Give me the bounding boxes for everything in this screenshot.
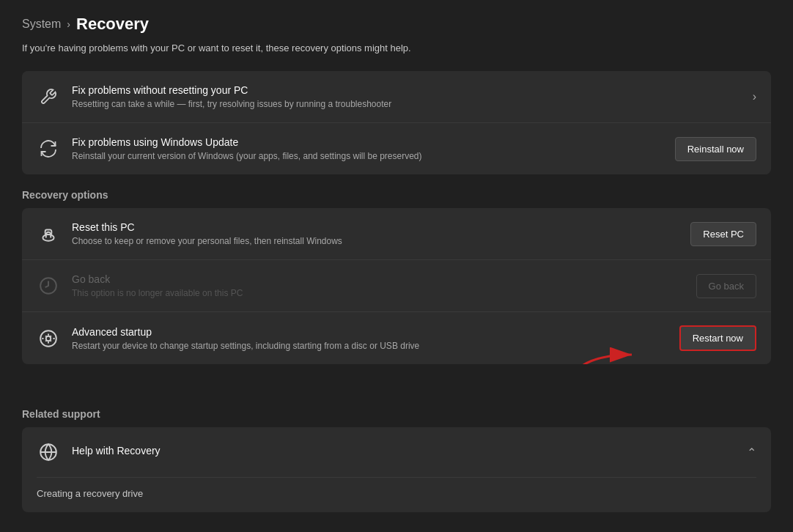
svg-point-0 <box>43 234 54 241</box>
card-right: Reinstall now <box>675 137 756 161</box>
card-text-group: Advanced startup Restart your device to … <box>72 326 419 351</box>
cloud-icon <box>37 222 60 245</box>
refresh-icon <box>37 137 60 160</box>
svg-point-4 <box>46 336 51 341</box>
card-right: Go back <box>696 274 756 298</box>
fix-troubleshoot-card[interactable]: Fix problems without resetting your PC R… <box>22 71 771 123</box>
go-back-button: Go back <box>696 274 756 298</box>
breadcrumb-separator: › <box>67 18 70 30</box>
collapse-icon[interactable]: ⌃ <box>747 446 756 459</box>
page-container: System › Recovery If you're having probl… <box>0 0 793 528</box>
clock-icon <box>37 274 60 298</box>
related-support-header[interactable]: Help with Recovery ⌃ <box>22 427 771 477</box>
card-left: Fix problems without resetting your PC R… <box>37 84 391 109</box>
fix-cards-group: Fix problems without resetting your PC R… <box>22 71 771 174</box>
fix-windows-update-card[interactable]: Fix problems using Windows Update Reinst… <box>22 123 771 174</box>
card-text-group: Go back This option is no longer availab… <box>72 273 243 298</box>
advanced-startup-card[interactable]: Advanced startup Restart your device to … <box>22 312 771 364</box>
card-subtitle: Restart your device to change startup se… <box>72 341 419 351</box>
reinstall-now-button[interactable]: Reinstall now <box>675 137 756 161</box>
globe-icon <box>37 440 60 464</box>
red-arrow-indicator <box>558 347 654 364</box>
card-text-group: Fix problems without resetting your PC R… <box>72 84 391 109</box>
breadcrumb: System › Recovery <box>22 15 771 34</box>
card-left: Go back This option is no longer availab… <box>37 273 243 298</box>
card-right: › <box>753 90 756 103</box>
card-title: Advanced startup <box>72 326 419 338</box>
advanced-startup-icon <box>37 327 60 350</box>
card-title: Fix problems using Windows Update <box>72 136 422 148</box>
card-title: Reset this PC <box>72 221 342 233</box>
page-title: Recovery <box>76 15 149 34</box>
chevron-right-icon: › <box>753 90 756 103</box>
card-left: Advanced startup Restart your device to … <box>37 326 419 351</box>
card-title: Go back <box>72 273 243 285</box>
related-support-card: Help with Recovery ⌃ Creating a recovery… <box>22 427 771 512</box>
card-subtitle: Resetting can take a while — first, try … <box>72 99 391 109</box>
breadcrumb-system[interactable]: System <box>22 18 61 31</box>
card-right: Restart now <box>679 325 756 351</box>
related-support-title: Help with Recovery <box>72 445 161 457</box>
card-subtitle: Choose to keep or remove your personal f… <box>72 236 342 246</box>
card-subtitle: Reinstall your current version of Window… <box>72 151 422 161</box>
go-back-card: Go back This option is no longer availab… <box>22 260 771 312</box>
card-title: Fix problems without resetting your PC <box>72 84 391 96</box>
card-left: Reset this PC Choose to keep or remove y… <box>37 221 342 246</box>
card-left: Help with Recovery <box>37 440 161 464</box>
card-left: Fix problems using Windows Update Reinst… <box>37 136 422 161</box>
card-text-group: Fix problems using Windows Update Reinst… <box>72 136 422 161</box>
page-subtitle: If you're having problems with your PC o… <box>22 43 771 53</box>
card-right: Reset PC <box>690 222 756 246</box>
related-support-label: Related support <box>22 408 771 420</box>
reset-pc-card[interactable]: Reset this PC Choose to keep or remove y… <box>22 208 771 260</box>
recovery-drive-item[interactable]: Creating a recovery drive <box>37 477 756 509</box>
restart-now-button[interactable]: Restart now <box>679 325 756 351</box>
related-support-content: Creating a recovery drive <box>22 477 771 512</box>
card-subtitle: This option is no longer available on th… <box>72 288 243 298</box>
card-text-group: Reset this PC Choose to keep or remove y… <box>72 221 342 246</box>
recovery-options-label: Recovery options <box>22 189 771 201</box>
reset-pc-button[interactable]: Reset PC <box>690 222 756 246</box>
wrench-icon <box>37 85 60 108</box>
recovery-options-group: Reset this PC Choose to keep or remove y… <box>22 208 771 364</box>
